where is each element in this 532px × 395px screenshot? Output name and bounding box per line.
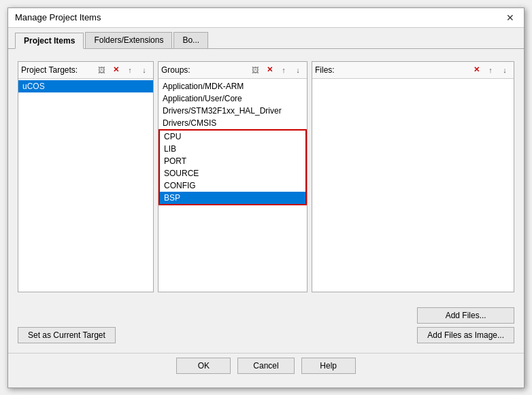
targets-down-icon[interactable]: ↓	[138, 64, 150, 76]
tab-books[interactable]: Bo...	[173, 32, 208, 48]
groups-panel: Groups: 🖼 ✕ ↑ ↓ Application/MDK-ARM Appl…	[158, 61, 307, 292]
groups-add-icon[interactable]: 🖼	[249, 64, 261, 76]
close-button[interactable]: ✕	[503, 12, 517, 23]
list-item[interactable]: SOURCE	[160, 167, 305, 179]
manage-project-items-dialog: Manage Project Items ✕ Project Items Fol…	[7, 7, 525, 388]
list-item[interactable]: Drivers/CMSIS	[159, 117, 307, 129]
groups-up-icon[interactable]: ↑	[278, 64, 290, 76]
groups-delete-icon[interactable]: ✕	[263, 64, 276, 76]
list-item[interactable]: Application/MDK-ARM	[159, 80, 307, 92]
title-bar: Manage Project Items ✕	[8, 8, 524, 28]
dialog-title: Manage Project Items	[15, 12, 101, 22]
set-current-target-button[interactable]: Set as Current Target	[18, 327, 116, 343]
tab-bar: Project Items Folders/Extensions Bo...	[8, 28, 524, 49]
list-item[interactable]: uCOS	[18, 80, 153, 92]
add-files-image-button[interactable]: Add Files as Image...	[417, 327, 514, 343]
files-panel: Files: ✕ ↑ ↓	[312, 61, 514, 292]
list-item[interactable]: CONFIG	[160, 179, 305, 192]
files-delete-icon[interactable]: ✕	[470, 64, 482, 76]
tab-project-items[interactable]: Project Items	[15, 33, 84, 49]
bottom-action-bar: Set as Current Target Add Files... Add F…	[8, 300, 524, 353]
bottom-left-buttons: Set as Current Target	[18, 327, 116, 343]
cancel-button[interactable]: Cancel	[237, 358, 294, 374]
targets-up-icon[interactable]: ↑	[124, 64, 136, 76]
main-content: Project Targets: 🖼 ✕ ↑ ↓ uCOS Groups: 🖼 …	[8, 49, 524, 300]
files-label: Files:	[315, 65, 468, 75]
add-files-button[interactable]: Add Files...	[417, 307, 514, 324]
list-item[interactable]: BSP	[160, 192, 305, 204]
files-up-icon[interactable]: ↑	[484, 64, 497, 76]
help-button[interactable]: Help	[301, 358, 356, 374]
targets-panel-header: Project Targets: 🖼 ✕ ↑ ↓	[18, 62, 153, 79]
list-item[interactable]: Application/User/Core	[159, 92, 307, 105]
ok-button[interactable]: OK	[176, 358, 231, 374]
groups-down-icon[interactable]: ↓	[292, 64, 304, 76]
groups-list: Application/MDK-ARM Application/User/Cor…	[159, 79, 307, 292]
list-item[interactable]: Drivers/STM32F1xx_HAL_Driver	[159, 105, 307, 117]
bottom-right-buttons: Add Files... Add Files as Image...	[417, 307, 514, 343]
tab-folders-extensions[interactable]: Folders/Extensions	[85, 32, 172, 48]
panels-container: Project Targets: 🖼 ✕ ↑ ↓ uCOS Groups: 🖼 …	[18, 61, 514, 292]
list-item[interactable]: CPU	[160, 131, 305, 143]
list-item[interactable]: PORT	[160, 155, 305, 167]
targets-list: uCOS	[18, 79, 153, 292]
groups-panel-header: Groups: 🖼 ✕ ↑ ↓	[159, 62, 307, 79]
groups-label: Groups:	[161, 65, 247, 75]
targets-delete-icon[interactable]: ✕	[110, 64, 122, 76]
files-list	[312, 79, 514, 292]
files-down-icon[interactable]: ↓	[499, 64, 511, 76]
dialog-footer: OK Cancel Help	[8, 353, 524, 383]
targets-label: Project Targets:	[21, 65, 93, 75]
list-item[interactable]: LIB	[160, 143, 305, 155]
files-panel-header: Files: ✕ ↑ ↓	[312, 62, 514, 79]
targets-add-icon[interactable]: 🖼	[95, 64, 107, 76]
targets-panel: Project Targets: 🖼 ✕ ↑ ↓ uCOS	[18, 61, 154, 292]
